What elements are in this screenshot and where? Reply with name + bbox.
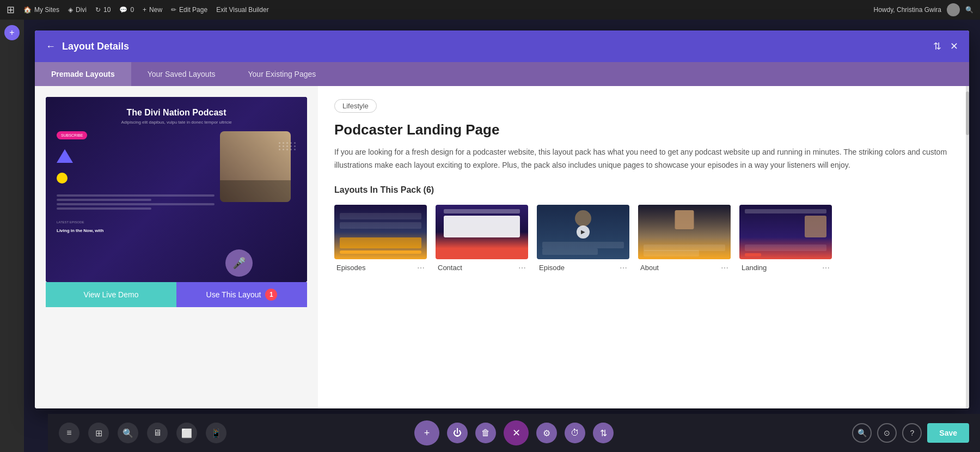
- comment-icon: 💬: [119, 6, 127, 14]
- adjust-icon: ⇅: [600, 428, 607, 438]
- modal-header: ← Layout Details ⇅ ✕: [35, 30, 969, 62]
- add-center-button[interactable]: +: [414, 420, 439, 445]
- podcast-sub: Adipiscing elit dapibus, vulpu tate in d…: [57, 120, 296, 125]
- thumb-white-box-contact: [444, 216, 520, 237]
- thumb-image-landing[interactable]: [739, 205, 832, 259]
- divi-icon: ◈: [68, 6, 73, 14]
- arrow-decoration: [57, 149, 73, 163]
- desktop-icon: 🖥: [153, 428, 162, 438]
- thumb-more-about[interactable]: ⋯: [721, 264, 728, 272]
- view-live-demo-button[interactable]: View Live Demo: [46, 282, 176, 307]
- gear-icon: ⚙: [543, 428, 550, 438]
- thumb-image-about[interactable]: [638, 205, 731, 259]
- subscribe-badge: SUBSCRIBE: [57, 131, 87, 139]
- modal-title: Layout Details: [62, 41, 129, 52]
- mic-icon: 🎤: [225, 249, 253, 277]
- adjust-icon[interactable]: ⇅: [933, 40, 941, 52]
- search-right-button[interactable]: 🔍: [852, 423, 872, 443]
- tablet-icon: ⬜: [181, 428, 192, 438]
- layout-icon: ⊞: [95, 428, 102, 438]
- preview-buttons: View Live Demo Use This Layout 1: [46, 282, 307, 307]
- help-button[interactable]: ?: [902, 423, 922, 443]
- admin-search-icon[interactable]: 🔍: [965, 6, 973, 14]
- circle-button-1[interactable]: ⊙: [877, 423, 897, 443]
- updates-button[interactable]: ↻ 10: [95, 6, 111, 14]
- thumb-label-row-about: About ⋯: [638, 259, 731, 274]
- thumb-image-episodes[interactable]: [334, 205, 427, 259]
- bottom-toolbar: ≡ ⊞ 🔍 🖥 ⬜ 📱: [48, 414, 980, 452]
- thumb-header-landing: [745, 209, 826, 213]
- use-this-layout-button[interactable]: Use This Layout 1: [176, 282, 307, 307]
- thumbnail-episodes: Episodes ⋯: [334, 205, 427, 274]
- plus-icon: +: [143, 6, 146, 14]
- tab-existing-pages[interactable]: Your Existing Pages: [232, 62, 333, 86]
- tab-premade-layouts[interactable]: Premade Layouts: [35, 62, 131, 86]
- toolbar-left: ≡ ⊞ 🔍 🖥 ⬜ 📱: [59, 423, 226, 443]
- new-button[interactable]: + New: [143, 6, 162, 14]
- text-line-4: [57, 207, 151, 210]
- delete-button[interactable]: 🗑: [475, 423, 496, 443]
- text-line-1: [57, 194, 215, 197]
- thumb-label-row-landing: Landing ⋯: [739, 259, 832, 274]
- thumb-accent-landing: [745, 253, 761, 256]
- scroll-thumb: [966, 91, 969, 135]
- episode-title: Living in the Now, with: [57, 228, 215, 233]
- edit-page-button[interactable]: ✏ Edit Page: [171, 6, 207, 14]
- scroll-indicator[interactable]: [966, 86, 969, 408]
- toolbar-center: + ⏻ 🗑 ✕ ⚙ ⏱ ⇅: [414, 420, 614, 445]
- thumb-label-episodes: Episodes: [336, 264, 365, 272]
- layout-button[interactable]: ⊞: [88, 423, 109, 443]
- latest-episode-label: LATEST EPISODE: [57, 221, 215, 224]
- layout-title: Podcaster Landing Page: [334, 121, 953, 138]
- thumb-label-row-episodes: Episodes ⋯: [334, 259, 427, 274]
- plus-icon: +: [424, 427, 430, 439]
- thumb-play-btn[interactable]: ▶: [577, 225, 590, 239]
- thumb-image-episode[interactable]: ▶: [537, 205, 629, 259]
- yellow-dot-decoration: [57, 173, 68, 184]
- avatar: [947, 3, 960, 16]
- search-button[interactable]: 🔍: [118, 423, 138, 443]
- admin-bar: ⊞ 🏠 My Sites ◈ Divi ↻ 10 💬 0 + New ✏ Edi…: [0, 0, 980, 20]
- divi-menu[interactable]: ◈ Divi: [68, 6, 87, 14]
- exit-builder-button[interactable]: Exit Visual Builder: [216, 6, 269, 14]
- thumb-image-contact[interactable]: [436, 205, 528, 259]
- close-icon: ✕: [512, 427, 520, 439]
- add-module-button[interactable]: +: [4, 25, 20, 40]
- layout-description: If you are looking for a fresh design fo…: [334, 146, 953, 172]
- my-sites-menu[interactable]: 🏠 My Sites: [23, 6, 59, 14]
- modal-body: The Divi Nation Podcast Adipiscing elit …: [35, 86, 969, 408]
- history-button[interactable]: ⏱: [565, 423, 585, 443]
- thumb-more-episodes[interactable]: ⋯: [417, 264, 425, 272]
- thumb-bar-episodes: [340, 251, 421, 254]
- modal-header-actions: ⇅ ✕: [933, 40, 958, 52]
- wordpress-icon[interactable]: ⊞: [7, 4, 15, 16]
- comments-button[interactable]: 💬 0: [119, 6, 134, 14]
- thumb-label-landing: Landing: [742, 264, 767, 272]
- desktop-view-button[interactable]: 🖥: [147, 423, 168, 443]
- admin-bar-right: Howdy, Christina Gwira 🔍: [874, 3, 973, 16]
- thumb-more-episode[interactable]: ⋯: [620, 264, 627, 272]
- thumb-more-landing[interactable]: ⋯: [822, 264, 830, 272]
- thumb-more-contact[interactable]: ⋯: [518, 264, 526, 272]
- thumb-row-episode-2: [542, 248, 598, 255]
- detail-panel: Lifestyle Podcaster Landing Page If you …: [318, 86, 969, 408]
- save-button[interactable]: Save: [927, 423, 969, 443]
- menu-button[interactable]: ≡: [59, 423, 79, 443]
- settings-button[interactable]: ⚙: [536, 423, 557, 443]
- layout-thumbnails: Episodes ⋯ Contac: [334, 205, 953, 274]
- plus-icon: +: [9, 28, 14, 38]
- close-center-button[interactable]: ✕: [504, 420, 529, 445]
- category-badge[interactable]: Lifestyle: [334, 99, 377, 113]
- search-icon: 🔍: [122, 428, 133, 438]
- power-button[interactable]: ⏻: [447, 423, 468, 443]
- tablet-view-button[interactable]: ⬜: [176, 423, 197, 443]
- search-right-icon: 🔍: [857, 429, 867, 437]
- mobile-view-button[interactable]: 📱: [206, 423, 226, 443]
- thumb-photo-about: [675, 210, 694, 229]
- responsive-button[interactable]: ⇅: [593, 423, 614, 443]
- modal-back-button[interactable]: ←: [46, 41, 56, 52]
- tab-saved-layouts[interactable]: Your Saved Layouts: [131, 62, 232, 86]
- help-icon: ?: [910, 429, 914, 437]
- modal-close-button[interactable]: ✕: [950, 40, 958, 52]
- thumbnail-episode: ▶ Episode ⋯: [537, 205, 629, 274]
